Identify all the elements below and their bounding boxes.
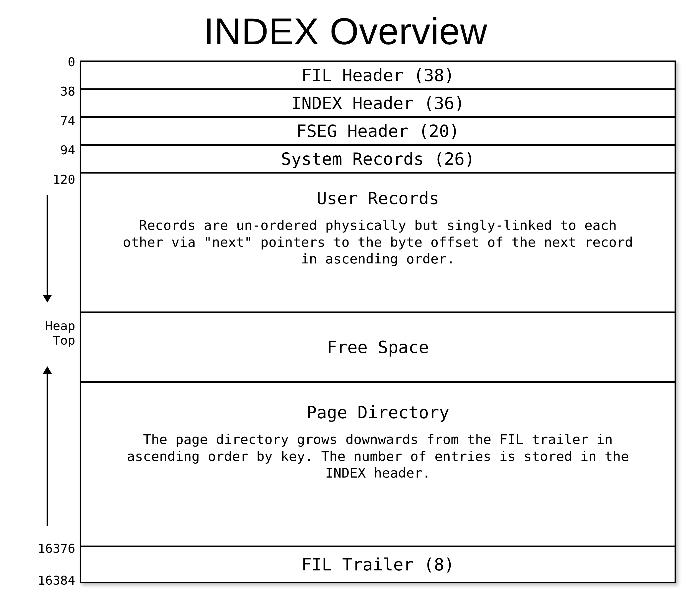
page-title: INDEX Overview <box>15 10 676 53</box>
row-fil-trailer: FIL Trailer (8) <box>81 547 674 582</box>
row-free-space: Free Space <box>81 313 674 383</box>
row-index-header: INDEX Header (36) <box>81 90 674 118</box>
row-system-records: System Records (26) <box>81 146 674 174</box>
block-stack: FIL Header (38) INDEX Header (36) FSEG H… <box>80 61 676 584</box>
row-title: Free Space <box>327 337 429 357</box>
arrow-down-icon <box>47 195 48 302</box>
offset-38: 38 <box>60 84 75 98</box>
offset-16384: 16384 <box>38 573 75 588</box>
row-desc: The page directory grows downwards from … <box>116 431 640 482</box>
offset-120: 120 <box>53 172 75 187</box>
offset-16376: 16376 <box>38 541 75 556</box>
heap-top-line1: Heap <box>45 319 75 333</box>
offset-74: 74 <box>60 113 75 128</box>
offset-94: 94 <box>60 143 75 157</box>
row-user-records: User Records Records are un-ordered phys… <box>81 174 674 313</box>
row-title: User Records <box>317 189 439 208</box>
row-title: INDEX Header (36) <box>291 93 465 113</box>
offset-gutter: 0 38 74 94 120 Heap Top 16376 16384 <box>15 61 80 584</box>
row-title: System Records (26) <box>281 149 475 169</box>
row-title: FSEG Header (20) <box>296 121 459 141</box>
label-heap-top: Heap Top <box>45 319 75 348</box>
diagram: 0 38 74 94 120 Heap Top 16376 16384 FIL … <box>15 61 676 584</box>
row-title: Page Directory <box>306 403 449 422</box>
row-title: FIL Trailer (8) <box>301 555 454 574</box>
row-title: FIL Header (38) <box>301 65 454 85</box>
heap-top-line2: Top <box>53 333 75 347</box>
row-page-directory: Page Directory The page directory grows … <box>81 383 674 547</box>
row-desc: Records are un-ordered physically but si… <box>116 217 640 267</box>
row-fil-header: FIL Header (38) <box>81 62 674 90</box>
offset-0: 0 <box>68 55 75 69</box>
page: INDEX Overview 0 38 74 94 120 Heap Top 1… <box>0 0 691 616</box>
arrow-up-icon <box>47 367 48 526</box>
row-fseg-header: FSEG Header (20) <box>81 118 674 146</box>
